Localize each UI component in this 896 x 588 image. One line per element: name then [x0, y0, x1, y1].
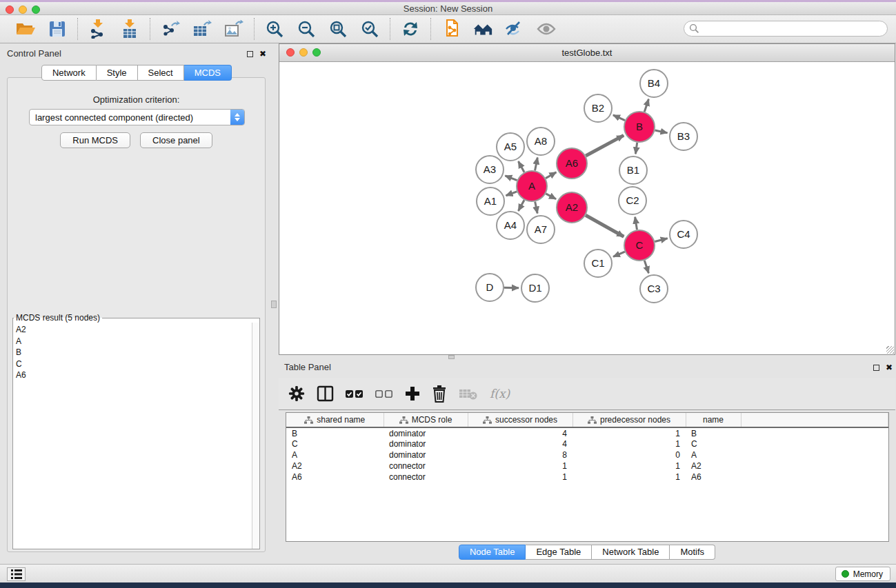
window-resize-handle[interactable] — [886, 346, 894, 354]
graph-node-C[interactable]: C — [624, 230, 655, 261]
graph-node-B2[interactable]: B2 — [584, 94, 612, 122]
node-table-container[interactable]: shared nameMCDS rolesuccessor nodesprede… — [286, 412, 889, 542]
close-panel-icon[interactable]: ✖ — [259, 50, 266, 58]
divider-grip[interactable] — [271, 301, 277, 308]
zoom-fit-icon[interactable] — [328, 19, 348, 39]
search-field[interactable] — [684, 21, 888, 37]
task-history-button[interactable] — [7, 567, 26, 581]
app-titlebar[interactable]: Session: New Session — [0, 2, 896, 15]
graph-node-A[interactable]: A — [517, 171, 547, 201]
zoom-selected-icon[interactable] — [359, 19, 380, 39]
save-session-icon[interactable] — [47, 19, 68, 39]
delete-columns-icon[interactable] — [432, 385, 447, 403]
tab-mcds[interactable]: MCDS — [184, 65, 232, 81]
graph-node-C4[interactable]: C4 — [670, 221, 697, 248]
table-row-A2[interactable]: A2connector11A2 — [286, 460, 888, 472]
close-panel-button[interactable]: Close panel — [140, 132, 212, 148]
graph-node-A5[interactable]: A5 — [497, 133, 524, 161]
graph-node-B4[interactable]: B4 — [640, 70, 668, 97]
tab-edge-table[interactable]: Edge Table — [526, 545, 592, 560]
graph-node-A6[interactable]: A6 — [557, 148, 587, 179]
graph-edge-C-C2[interactable] — [635, 217, 637, 230]
column-header-predecessor-nodes[interactable]: predecessor nodes — [573, 413, 686, 427]
graph-node-C2[interactable]: C2 — [619, 187, 646, 214]
first-neighbors-icon[interactable] — [472, 19, 493, 39]
create-column-icon[interactable] — [405, 386, 420, 401]
float-panel-icon[interactable] — [247, 51, 253, 57]
graph-node-A1[interactable]: A1 — [477, 187, 504, 215]
graph-node-C3[interactable]: C3 — [640, 275, 668, 303]
graph-edge-A-A4[interactable] — [518, 200, 524, 211]
graph-edge-A2-C[interactable] — [586, 215, 624, 236]
criterion-dropdown[interactable]: largest connected component (directed) — [29, 109, 245, 125]
table-options-gear-icon[interactable] — [288, 385, 305, 402]
tab-node-table[interactable]: Node Table — [459, 545, 526, 560]
graph-edge-A-A7[interactable] — [535, 202, 538, 214]
select-all-rows-icon[interactable] — [346, 389, 364, 398]
table-row-A[interactable]: Adominator80A — [286, 449, 888, 460]
result-scrollbar[interactable] — [252, 323, 259, 549]
graph-node-A7[interactable]: A7 — [527, 216, 555, 243]
result-item-A6[interactable]: A6 — [16, 369, 252, 381]
graph-node-C1[interactable]: C1 — [584, 250, 612, 277]
graph-node-B1[interactable]: B1 — [619, 156, 647, 184]
zoom-in-icon[interactable] — [264, 19, 285, 39]
column-header-name[interactable]: name — [686, 413, 741, 427]
result-item-A2[interactable]: A2 — [16, 324, 252, 336]
graph-edge-A-A3[interactable] — [505, 176, 517, 181]
tab-network[interactable]: Network — [41, 65, 97, 81]
zoom-out-icon[interactable] — [296, 19, 317, 39]
open-file-icon[interactable] — [15, 19, 36, 39]
graph-edge-A-A5[interactable] — [518, 161, 524, 172]
horizontal-divider-grip[interactable] — [448, 355, 455, 359]
new-network-from-selection-icon[interactable] — [441, 19, 461, 39]
table-row-C[interactable]: Cdominator41C — [286, 438, 888, 449]
graph-edge-C-C4[interactable] — [655, 239, 667, 242]
column-header-MCDS-role[interactable]: MCDS role — [384, 413, 468, 427]
graph-edge-B-B3[interactable] — [655, 130, 667, 133]
graph-edge-A-A2[interactable] — [546, 194, 556, 199]
tab-network-table[interactable]: Network Table — [592, 545, 670, 560]
graph-node-B3[interactable]: B3 — [670, 123, 697, 150]
table-row-A6[interactable]: A6connector11A6 — [286, 472, 888, 483]
column-header-successor-nodes[interactable]: successor nodes — [468, 413, 573, 427]
column-header-shared-name[interactable]: shared name — [286, 413, 384, 427]
tab-motifs[interactable]: Motifs — [670, 545, 715, 560]
import-table-icon[interactable] — [119, 19, 140, 39]
show-columns-icon[interactable] — [317, 385, 334, 402]
close-table-panel-icon[interactable]: ✖ — [886, 363, 893, 372]
table-row-B[interactable]: Bdominator41B — [286, 427, 888, 438]
search-input[interactable] — [699, 23, 887, 35]
graph-edge-B-B1[interactable] — [635, 143, 637, 154]
export-image-icon[interactable] — [223, 19, 244, 39]
float-table-panel-icon[interactable] — [873, 365, 879, 371]
tab-select[interactable]: Select — [138, 65, 184, 81]
hide-selection-icon[interactable] — [504, 19, 525, 39]
export-network-icon[interactable] — [160, 19, 181, 39]
table-header-row[interactable]: shared nameMCDS rolesuccessor nodesprede… — [286, 413, 888, 427]
refresh-view-icon[interactable] — [400, 19, 421, 39]
graph-node-D1[interactable]: D1 — [521, 274, 549, 302]
graph-edge-B-B4[interactable] — [644, 99, 648, 112]
result-item-C[interactable]: C — [16, 358, 252, 370]
run-mcds-button[interactable]: Run MCDS — [60, 132, 130, 148]
memory-button[interactable]: Memory — [835, 567, 890, 581]
show-all-icon[interactable] — [536, 19, 557, 39]
graph-edge-A6-B[interactable] — [586, 135, 624, 156]
deselect-all-rows-icon[interactable] — [375, 389, 393, 398]
graph-node-A8[interactable]: A8 — [527, 128, 555, 155]
graph-node-A4[interactable]: A4 — [497, 212, 524, 239]
graph-node-A2[interactable]: A2 — [557, 192, 587, 223]
graph-edge-A-A6[interactable] — [546, 172, 556, 179]
graph-node-A3[interactable]: A3 — [476, 156, 504, 183]
graph-edge-C-C3[interactable] — [644, 261, 648, 273]
import-network-icon[interactable] — [88, 19, 108, 39]
network-canvas-svg[interactable]: B4B2BB3A8A5A6A3B1AC2A1A2A4A7C4CC1DD1C3 — [279, 62, 895, 354]
graph-edge-B-B2[interactable] — [613, 115, 625, 121]
graph-edge-A-A8[interactable] — [535, 158, 538, 171]
panel-split-divider[interactable] — [269, 43, 279, 560]
tab-style[interactable]: Style — [97, 65, 138, 81]
graph-node-B[interactable]: B — [624, 112, 655, 142]
result-item-A[interactable]: A — [16, 336, 252, 347]
graph-node-D[interactable]: D — [476, 274, 504, 301]
